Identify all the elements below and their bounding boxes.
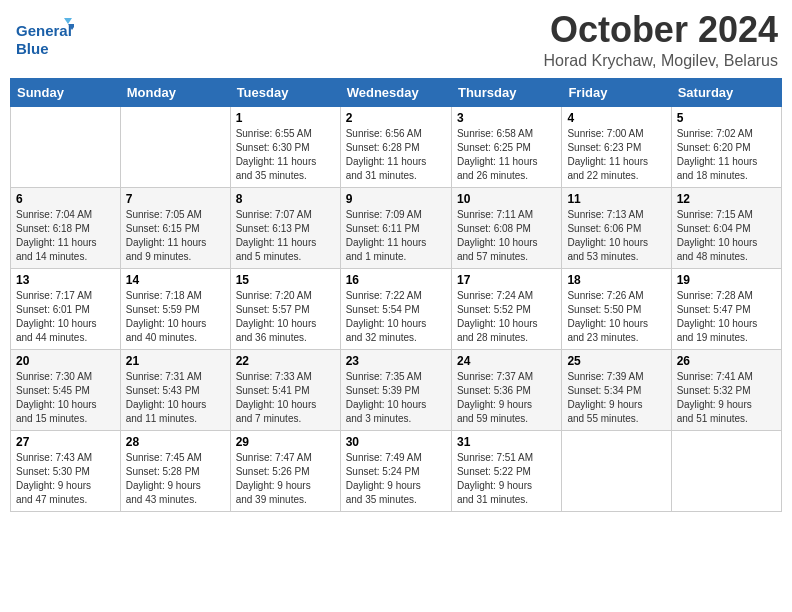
day-cell: 3Sunrise: 6:58 AM Sunset: 6:25 PM Daylig… xyxy=(451,106,561,187)
day-number: 4 xyxy=(567,111,665,125)
day-info: Sunrise: 7:20 AM Sunset: 5:57 PM Dayligh… xyxy=(236,289,335,345)
col-header-tuesday: Tuesday xyxy=(230,78,340,106)
day-info: Sunrise: 7:18 AM Sunset: 5:59 PM Dayligh… xyxy=(126,289,225,345)
day-number: 15 xyxy=(236,273,335,287)
col-header-thursday: Thursday xyxy=(451,78,561,106)
day-cell: 19Sunrise: 7:28 AM Sunset: 5:47 PM Dayli… xyxy=(671,268,781,349)
day-info: Sunrise: 7:33 AM Sunset: 5:41 PM Dayligh… xyxy=(236,370,335,426)
day-info: Sunrise: 7:39 AM Sunset: 5:34 PM Dayligh… xyxy=(567,370,665,426)
day-cell: 14Sunrise: 7:18 AM Sunset: 5:59 PM Dayli… xyxy=(120,268,230,349)
day-number: 8 xyxy=(236,192,335,206)
day-number: 30 xyxy=(346,435,446,449)
day-number: 10 xyxy=(457,192,556,206)
day-number: 16 xyxy=(346,273,446,287)
day-cell: 9Sunrise: 7:09 AM Sunset: 6:11 PM Daylig… xyxy=(340,187,451,268)
calendar-table: SundayMondayTuesdayWednesdayThursdayFrid… xyxy=(10,78,782,512)
logo: General Blue xyxy=(14,14,74,62)
day-info: Sunrise: 7:49 AM Sunset: 5:24 PM Dayligh… xyxy=(346,451,446,507)
day-number: 22 xyxy=(236,354,335,368)
day-cell: 24Sunrise: 7:37 AM Sunset: 5:36 PM Dayli… xyxy=(451,349,561,430)
day-info: Sunrise: 6:56 AM Sunset: 6:28 PM Dayligh… xyxy=(346,127,446,183)
day-number: 17 xyxy=(457,273,556,287)
day-cell: 11Sunrise: 7:13 AM Sunset: 6:06 PM Dayli… xyxy=(562,187,671,268)
day-cell: 18Sunrise: 7:26 AM Sunset: 5:50 PM Dayli… xyxy=(562,268,671,349)
month-title: October 2024 xyxy=(544,10,778,50)
day-number: 25 xyxy=(567,354,665,368)
day-cell: 22Sunrise: 7:33 AM Sunset: 5:41 PM Dayli… xyxy=(230,349,340,430)
day-cell xyxy=(120,106,230,187)
day-number: 5 xyxy=(677,111,776,125)
header-row: SundayMondayTuesdayWednesdayThursdayFrid… xyxy=(11,78,782,106)
day-number: 27 xyxy=(16,435,115,449)
day-cell: 12Sunrise: 7:15 AM Sunset: 6:04 PM Dayli… xyxy=(671,187,781,268)
day-info: Sunrise: 7:41 AM Sunset: 5:32 PM Dayligh… xyxy=(677,370,776,426)
day-info: Sunrise: 7:09 AM Sunset: 6:11 PM Dayligh… xyxy=(346,208,446,264)
day-info: Sunrise: 6:55 AM Sunset: 6:30 PM Dayligh… xyxy=(236,127,335,183)
day-number: 19 xyxy=(677,273,776,287)
week-row-2: 6Sunrise: 7:04 AM Sunset: 6:18 PM Daylig… xyxy=(11,187,782,268)
day-cell: 2Sunrise: 6:56 AM Sunset: 6:28 PM Daylig… xyxy=(340,106,451,187)
day-info: Sunrise: 6:58 AM Sunset: 6:25 PM Dayligh… xyxy=(457,127,556,183)
day-number: 14 xyxy=(126,273,225,287)
col-header-sunday: Sunday xyxy=(11,78,121,106)
day-cell: 5Sunrise: 7:02 AM Sunset: 6:20 PM Daylig… xyxy=(671,106,781,187)
day-cell: 21Sunrise: 7:31 AM Sunset: 5:43 PM Dayli… xyxy=(120,349,230,430)
week-row-4: 20Sunrise: 7:30 AM Sunset: 5:45 PM Dayli… xyxy=(11,349,782,430)
day-number: 1 xyxy=(236,111,335,125)
week-row-3: 13Sunrise: 7:17 AM Sunset: 6:01 PM Dayli… xyxy=(11,268,782,349)
day-cell: 30Sunrise: 7:49 AM Sunset: 5:24 PM Dayli… xyxy=(340,430,451,511)
day-number: 21 xyxy=(126,354,225,368)
day-cell: 10Sunrise: 7:11 AM Sunset: 6:08 PM Dayli… xyxy=(451,187,561,268)
day-number: 18 xyxy=(567,273,665,287)
day-number: 11 xyxy=(567,192,665,206)
day-info: Sunrise: 7:43 AM Sunset: 5:30 PM Dayligh… xyxy=(16,451,115,507)
day-number: 3 xyxy=(457,111,556,125)
day-number: 2 xyxy=(346,111,446,125)
day-info: Sunrise: 7:04 AM Sunset: 6:18 PM Dayligh… xyxy=(16,208,115,264)
day-cell: 23Sunrise: 7:35 AM Sunset: 5:39 PM Dayli… xyxy=(340,349,451,430)
day-cell: 26Sunrise: 7:41 AM Sunset: 5:32 PM Dayli… xyxy=(671,349,781,430)
day-info: Sunrise: 7:11 AM Sunset: 6:08 PM Dayligh… xyxy=(457,208,556,264)
day-info: Sunrise: 7:13 AM Sunset: 6:06 PM Dayligh… xyxy=(567,208,665,264)
col-header-wednesday: Wednesday xyxy=(340,78,451,106)
day-info: Sunrise: 7:30 AM Sunset: 5:45 PM Dayligh… xyxy=(16,370,115,426)
location-subtitle: Horad Krychaw, Mogilev, Belarus xyxy=(544,52,778,70)
day-cell: 27Sunrise: 7:43 AM Sunset: 5:30 PM Dayli… xyxy=(11,430,121,511)
page-header: General Blue October 2024 Horad Krychaw,… xyxy=(10,10,782,70)
day-cell: 13Sunrise: 7:17 AM Sunset: 6:01 PM Dayli… xyxy=(11,268,121,349)
day-number: 9 xyxy=(346,192,446,206)
day-number: 31 xyxy=(457,435,556,449)
day-info: Sunrise: 7:28 AM Sunset: 5:47 PM Dayligh… xyxy=(677,289,776,345)
day-info: Sunrise: 7:26 AM Sunset: 5:50 PM Dayligh… xyxy=(567,289,665,345)
day-cell: 15Sunrise: 7:20 AM Sunset: 5:57 PM Dayli… xyxy=(230,268,340,349)
day-cell: 29Sunrise: 7:47 AM Sunset: 5:26 PM Dayli… xyxy=(230,430,340,511)
day-info: Sunrise: 7:47 AM Sunset: 5:26 PM Dayligh… xyxy=(236,451,335,507)
col-header-monday: Monday xyxy=(120,78,230,106)
day-cell: 28Sunrise: 7:45 AM Sunset: 5:28 PM Dayli… xyxy=(120,430,230,511)
week-row-5: 27Sunrise: 7:43 AM Sunset: 5:30 PM Dayli… xyxy=(11,430,782,511)
day-cell: 6Sunrise: 7:04 AM Sunset: 6:18 PM Daylig… xyxy=(11,187,121,268)
day-number: 24 xyxy=(457,354,556,368)
day-cell: 20Sunrise: 7:30 AM Sunset: 5:45 PM Dayli… xyxy=(11,349,121,430)
day-info: Sunrise: 7:31 AM Sunset: 5:43 PM Dayligh… xyxy=(126,370,225,426)
day-number: 26 xyxy=(677,354,776,368)
col-header-friday: Friday xyxy=(562,78,671,106)
svg-text:Blue: Blue xyxy=(16,40,49,57)
day-number: 28 xyxy=(126,435,225,449)
day-info: Sunrise: 7:24 AM Sunset: 5:52 PM Dayligh… xyxy=(457,289,556,345)
day-number: 12 xyxy=(677,192,776,206)
day-cell: 1Sunrise: 6:55 AM Sunset: 6:30 PM Daylig… xyxy=(230,106,340,187)
day-info: Sunrise: 7:35 AM Sunset: 5:39 PM Dayligh… xyxy=(346,370,446,426)
day-info: Sunrise: 7:05 AM Sunset: 6:15 PM Dayligh… xyxy=(126,208,225,264)
day-cell xyxy=(671,430,781,511)
day-cell: 25Sunrise: 7:39 AM Sunset: 5:34 PM Dayli… xyxy=(562,349,671,430)
day-number: 7 xyxy=(126,192,225,206)
day-number: 23 xyxy=(346,354,446,368)
day-cell: 8Sunrise: 7:07 AM Sunset: 6:13 PM Daylig… xyxy=(230,187,340,268)
day-info: Sunrise: 7:45 AM Sunset: 5:28 PM Dayligh… xyxy=(126,451,225,507)
title-block: October 2024 Horad Krychaw, Mogilev, Bel… xyxy=(544,10,778,70)
svg-text:General: General xyxy=(16,22,72,39)
day-info: Sunrise: 7:00 AM Sunset: 6:23 PM Dayligh… xyxy=(567,127,665,183)
col-header-saturday: Saturday xyxy=(671,78,781,106)
day-cell xyxy=(11,106,121,187)
